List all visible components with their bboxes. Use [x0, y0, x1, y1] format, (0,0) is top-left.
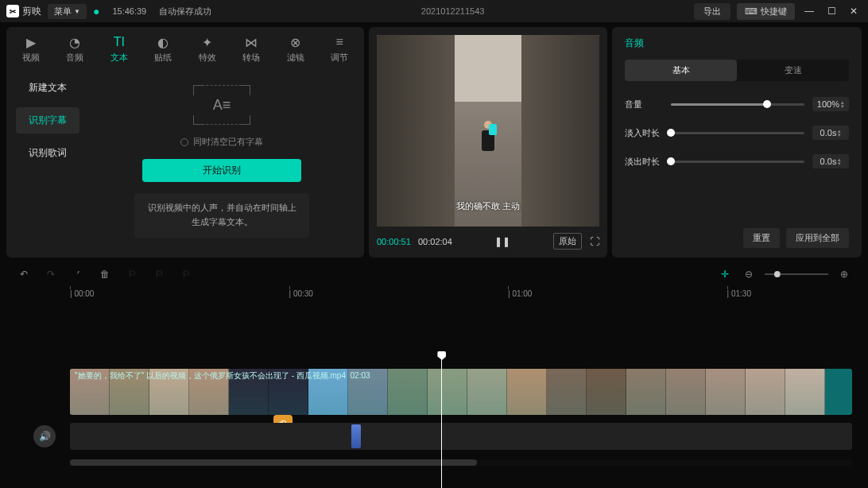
audio-clip[interactable]: [351, 424, 361, 448]
zoom-in-button[interactable]: ⊕: [836, 266, 852, 282]
lib-tab-icon: TI: [114, 35, 125, 49]
lib-tab-icon: ▶: [26, 35, 36, 49]
fadein-row: 淡入时长 0.0s▴▾: [625, 126, 849, 140]
fadeout-row: 淡出时长 0.0s▴▾: [625, 154, 849, 168]
clip-thumbnail: [706, 369, 746, 415]
window-minimize-button[interactable]: —: [801, 3, 817, 19]
fadeout-value[interactable]: 0.0s▴▾: [812, 154, 849, 168]
lib-tab-icon: ⋈: [245, 35, 258, 49]
subtitle-overlay: 我的确不敢 主动: [456, 200, 520, 212]
lib-tab-icon: ◔: [69, 35, 80, 49]
save-indicator-icon: ●: [93, 5, 99, 17]
zoom-slider[interactable]: [765, 273, 828, 275]
preview-panel: 我的确不敢 主动 00:00:51 00:02:04 ❚❚ 原始 ⛶: [369, 27, 607, 258]
menu-dropdown[interactable]: 菜单▼: [48, 4, 87, 19]
checkbox-icon: [180, 138, 188, 146]
ruler-tick: | 00:30: [289, 289, 313, 298]
clip-thumbnail: [428, 369, 467, 415]
fadein-value[interactable]: 0.0s▴▾: [812, 126, 849, 140]
clip-thumbnail: [746, 369, 785, 415]
zoom-out-button[interactable]: ⊖: [741, 266, 757, 282]
inspector-title: 音频: [625, 37, 849, 50]
fadein-slider[interactable]: [671, 132, 804, 134]
tab-basic[interactable]: 基本: [625, 60, 737, 81]
ruler-tick: | 01:30: [727, 289, 751, 298]
fadeout-slider[interactable]: [671, 161, 804, 163]
video-preview[interactable]: 我的确不敢 主动: [377, 35, 599, 227]
hotkeys-button[interactable]: ⌨ 快捷键: [737, 3, 795, 20]
clip-thumbnail: [467, 369, 507, 415]
clip-thumbnail: [507, 369, 547, 415]
clip-thumbnail: [785, 369, 825, 415]
clip-thumbnail: [388, 369, 428, 415]
autosave-text: 自动保存成功: [159, 6, 211, 17]
side-button-0[interactable]: 新建文本: [16, 75, 79, 101]
ruler-tick: | 00:00: [70, 289, 94, 298]
fullscreen-button[interactable]: ⛶: [590, 236, 599, 247]
timeline-body[interactable]: ⟲ "她要的，我给不了" 以后的视频，这个俄罗斯女孩不会出现了 - 西瓜视频.m…: [70, 369, 852, 450]
preview-timecode: 00:00:51 00:02:04: [377, 237, 452, 246]
window-close-button[interactable]: ✕: [846, 3, 862, 19]
original-ratio-button[interactable]: 原始: [553, 233, 582, 250]
tab-speed[interactable]: 变速: [737, 60, 849, 81]
side-button-2[interactable]: 识别歌词: [16, 140, 79, 166]
apply-all-button[interactable]: 应用到全部: [786, 228, 849, 248]
lib-tab-icon: ◐: [157, 35, 169, 49]
lib-tab-4[interactable]: ✦特效: [194, 33, 221, 65]
clear-existing-checkbox[interactable]: 同时清空已有字幕: [180, 136, 263, 148]
timeline-area: ↶ ↷ ⎖ 🗑 ⚐ ⚐ ⚐ ✛ ⊖ ⊕ | 00:00| 00:30| 01:0…: [0, 261, 868, 472]
start-recognize-button[interactable]: 开始识别: [142, 159, 301, 182]
app-logo: ✂ 剪映: [6, 5, 41, 18]
window-maximize-button[interactable]: ☐: [823, 3, 839, 19]
fadeout-label: 淡出时长: [625, 156, 663, 168]
mark-in-button[interactable]: ⚐: [124, 266, 140, 282]
side-button-1[interactable]: 识别字幕: [16, 107, 79, 134]
split-button[interactable]: ⎖: [70, 266, 86, 282]
logo-icon: ✂: [6, 5, 19, 17]
redo-button[interactable]: ↷: [43, 266, 59, 282]
mark-out-button[interactable]: ⚐: [178, 266, 194, 282]
library-tabs: ▶视频◔音频TI文本◐贴纸✦特效⋈转场⊗滤镜≡调节: [6, 27, 364, 68]
fadein-label: 淡入时长: [625, 127, 663, 139]
recognize-help-text: 识别视频中的人声，并自动在时间轴上生成字幕文本。: [134, 193, 309, 237]
lib-tab-3[interactable]: ◐贴纸: [149, 33, 176, 65]
recognize-icon: A≡: [198, 85, 246, 125]
snap-toggle[interactable]: ✛: [717, 266, 733, 282]
inspector-panel: 音频 基本 变速 音量 100%▴▾ 淡入时长 0.0s▴▾ 淡出时长 0.0s…: [612, 27, 862, 258]
lib-tab-5[interactable]: ⋈转场: [238, 33, 265, 65]
project-title: 2021012211543: [218, 6, 688, 16]
mark-button[interactable]: ⚐: [151, 266, 167, 282]
export-button[interactable]: 导出: [694, 3, 730, 20]
audio-mute-button[interactable]: 🔊: [33, 425, 56, 447]
title-bar: ✂ 剪映 菜单▼ ● 15:46:39 自动保存成功 2021012211543…: [0, 0, 868, 22]
lib-tab-2[interactable]: TI文本: [106, 33, 133, 65]
audio-track[interactable]: [70, 423, 852, 450]
lib-tab-1[interactable]: ◔音频: [61, 33, 88, 65]
volume-value[interactable]: 100%▴▾: [812, 97, 849, 111]
volume-slider[interactable]: [671, 103, 804, 106]
lib-tab-7[interactable]: ≡调节: [326, 33, 353, 65]
lib-tab-0[interactable]: ▶视频: [17, 33, 45, 65]
text-side-buttons: 新建文本识别字幕识别歌词: [16, 75, 79, 248]
autosave-time: 15:46:39: [112, 6, 146, 16]
volume-row: 音量 100%▴▾: [625, 97, 849, 111]
subtitle-recognize-box: A≡ 同时清空已有字幕 开始识别 识别视频中的人声，并自动在时间轴上生成字幕文本…: [89, 75, 355, 248]
volume-label: 音量: [625, 99, 663, 110]
timeline-toolbar: ↶ ↷ ⎖ 🗑 ⚐ ⚐ ⚐ ✛ ⊖ ⊕: [6, 261, 862, 288]
reset-button[interactable]: 重置: [743, 228, 780, 248]
lib-tab-icon: ✦: [202, 35, 212, 49]
library-panel: ▶视频◔音频TI文本◐贴纸✦特效⋈转场⊗滤镜≡调节 新建文本识别字幕识别歌词 A…: [6, 27, 364, 258]
timeline-ruler[interactable]: | 00:00| 00:30| 01:00| 01:30: [70, 288, 852, 304]
keyboard-icon: ⌨: [745, 6, 758, 17]
lib-tab-6[interactable]: ⊗滤镜: [282, 33, 309, 65]
pause-button[interactable]: ❚❚: [494, 236, 510, 247]
playhead[interactable]: [441, 351, 442, 488]
app-name: 剪映: [22, 5, 41, 18]
clip-label: "她要的，我给不了" 以后的视频，这个俄罗斯女孩不会出现了 - 西瓜视频.mp4…: [75, 370, 370, 381]
video-track[interactable]: "她要的，我给不了" 以后的视频，这个俄罗斯女孩不会出现了 - 西瓜视频.mp4…: [70, 369, 852, 415]
undo-button[interactable]: ↶: [16, 266, 32, 282]
lib-tab-icon: ≡: [336, 35, 343, 49]
clip-thumbnail: [626, 369, 666, 415]
delete-button[interactable]: 🗑: [97, 266, 113, 282]
timeline-scrollbar[interactable]: [70, 459, 852, 466]
